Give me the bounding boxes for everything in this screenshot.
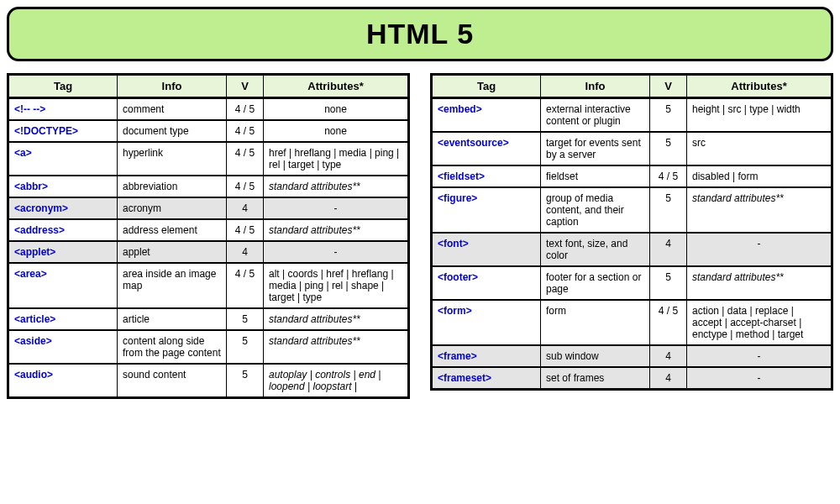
- table-row: <figure>group of media content, and thei…: [432, 187, 832, 233]
- attributes-cell: action | data | replace | accept | accep…: [687, 300, 832, 345]
- tag-cell: <!DOCTYPE>: [8, 120, 118, 142]
- version-cell: 4 / 5: [227, 219, 264, 241]
- columns-wrapper: Tag Info V Attributes* <!-- -->comment4 …: [7, 73, 833, 399]
- attributes-cell: standard attributes**: [264, 219, 409, 241]
- version-cell: 4: [650, 345, 687, 367]
- table-row: <area>area inside an image map4 / 5alt |…: [8, 263, 409, 308]
- header-info: Info: [541, 75, 650, 98]
- info-cell: target for events sent by a server: [541, 132, 650, 165]
- version-cell: 5: [650, 132, 687, 165]
- right-column: Tag Info V Attributes* <embed>external i…: [430, 73, 833, 399]
- header-attrs: Attributes*: [687, 75, 832, 98]
- attributes-cell: -: [687, 233, 832, 266]
- tag-cell: <figure>: [432, 187, 541, 233]
- tag-cell: <area>: [8, 263, 118, 308]
- info-cell: fieldset: [541, 165, 650, 187]
- attributes-cell: autoplay | controls | end | loopend | lo…: [264, 364, 409, 398]
- version-cell: 4: [227, 241, 264, 263]
- version-cell: 5: [227, 308, 264, 330]
- attributes-cell: standard attributes**: [687, 187, 832, 233]
- info-cell: hyperlink: [118, 142, 227, 176]
- version-cell: 4 / 5: [227, 98, 264, 121]
- tag-cell: <abbr>: [8, 176, 118, 197]
- tag-cell: <applet>: [8, 241, 118, 263]
- version-cell: 4 / 5: [227, 142, 264, 176]
- version-cell: 4 / 5: [227, 263, 264, 308]
- info-cell: address element: [118, 219, 227, 241]
- info-cell: comment: [118, 98, 227, 121]
- version-cell: 4: [227, 197, 264, 219]
- table-row: <a>hyperlink4 / 5href | hreflang | media…: [8, 142, 409, 176]
- header-tag: Tag: [432, 75, 541, 98]
- attributes-cell: src: [687, 132, 832, 165]
- table-row: <font>text font, size, and color4-: [432, 233, 832, 266]
- tag-cell: <form>: [432, 300, 541, 345]
- info-cell: set of frames: [541, 367, 650, 390]
- info-cell: acronym: [118, 197, 227, 219]
- table-row: <article>article5standard attributes**: [8, 308, 409, 330]
- table-header-row: Tag Info V Attributes*: [432, 75, 832, 98]
- table-row: <frame>sub window4-: [432, 345, 832, 367]
- table-row: <abbr>abbreviation4 / 5standard attribut…: [8, 176, 409, 197]
- info-cell: sound content: [118, 364, 227, 398]
- version-cell: 4 / 5: [650, 300, 687, 345]
- table-row: <eventsource>target for events sent by a…: [432, 132, 832, 165]
- tag-cell: <fieldset>: [432, 165, 541, 187]
- attributes-cell: none: [264, 120, 409, 142]
- header-tag: Tag: [8, 75, 118, 98]
- tags-table-left: Tag Info V Attributes* <!-- -->comment4 …: [7, 73, 410, 399]
- info-cell: text font, size, and color: [541, 233, 650, 266]
- tag-cell: <frameset>: [432, 367, 541, 390]
- info-cell: external interactive content or plugin: [541, 98, 650, 133]
- info-cell: document type: [118, 120, 227, 142]
- attributes-cell: alt | coords | href | hreflang | media |…: [264, 263, 409, 308]
- table-row: <embed>external interactive content or p…: [432, 98, 832, 133]
- table-row: <!DOCTYPE>document type4 / 5none: [8, 120, 409, 142]
- attributes-cell: standard attributes**: [264, 330, 409, 364]
- attributes-cell: standard attributes**: [264, 176, 409, 197]
- tag-cell: <aside>: [8, 330, 118, 364]
- tag-cell: <a>: [8, 142, 118, 176]
- header-v: V: [227, 75, 264, 98]
- tag-cell: <font>: [432, 233, 541, 266]
- tags-table-right: Tag Info V Attributes* <embed>external i…: [430, 73, 833, 391]
- version-cell: 5: [227, 364, 264, 398]
- info-cell: abbreviation: [118, 176, 227, 197]
- attributes-cell: standard attributes**: [264, 308, 409, 330]
- info-cell: footer for a section or page: [541, 266, 650, 300]
- table-row: <fieldset>fieldset4 / 5disabled | form: [432, 165, 832, 187]
- attributes-cell: standard attributes**: [687, 266, 832, 300]
- tag-cell: <frame>: [432, 345, 541, 367]
- table-row: <footer>footer for a section or page5sta…: [432, 266, 832, 300]
- attributes-cell: -: [687, 345, 832, 367]
- table-row: <address>address element4 / 5standard at…: [8, 219, 409, 241]
- table-row: <form>form4 / 5action | data | replace |…: [432, 300, 832, 345]
- version-cell: 5: [227, 330, 264, 364]
- version-cell: 5: [650, 187, 687, 233]
- attributes-cell: disabled | form: [687, 165, 832, 187]
- info-cell: applet: [118, 241, 227, 263]
- header-v: V: [650, 75, 687, 98]
- info-cell: form: [541, 300, 650, 345]
- table-row: <applet>applet4-: [8, 241, 409, 263]
- info-cell: area inside an image map: [118, 263, 227, 308]
- version-cell: 4: [650, 367, 687, 390]
- page-banner: HTML 5: [7, 7, 833, 61]
- attributes-cell: -: [264, 241, 409, 263]
- version-cell: 5: [650, 98, 687, 133]
- tag-cell: <address>: [8, 219, 118, 241]
- tag-cell: <!-- -->: [8, 98, 118, 121]
- table-header-row: Tag Info V Attributes*: [8, 75, 409, 98]
- header-info: Info: [118, 75, 227, 98]
- attributes-cell: height | src | type | width: [687, 98, 832, 133]
- tag-cell: <eventsource>: [432, 132, 541, 165]
- table-row: <frameset>set of frames4-: [432, 367, 832, 390]
- tag-cell: <acronym>: [8, 197, 118, 219]
- table-row: <aside>content along side from the page …: [8, 330, 409, 364]
- version-cell: 5: [650, 266, 687, 300]
- table-row: <!-- -->comment4 / 5none: [8, 98, 409, 121]
- version-cell: 4: [650, 233, 687, 266]
- header-attrs: Attributes*: [264, 75, 409, 98]
- tag-cell: <article>: [8, 308, 118, 330]
- version-cell: 4 / 5: [227, 120, 264, 142]
